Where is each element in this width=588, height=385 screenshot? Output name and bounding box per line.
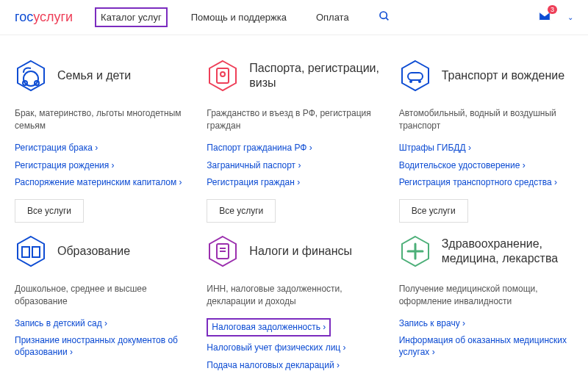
service-link[interactable]: Регистрация брака — [15, 143, 189, 154]
svg-line-1 — [386, 18, 388, 20]
card-title: Здравоохранение, медицина, лекарства — [442, 237, 573, 266]
service-card: ОбразованиеДошкольное, среднее и высшее … — [15, 233, 189, 382]
category-icon — [207, 235, 239, 267]
card-description: Дошкольное, среднее и высшее образование — [15, 283, 189, 308]
card-links: Запись к врачуИнформация об оказанных ме… — [399, 318, 573, 359]
service-card: Семья и детиБрак, материнство, льготы мн… — [15, 57, 189, 223]
category-icon — [15, 60, 47, 92]
card-description: ИНН, налоговые задолженности, декларации… — [207, 283, 381, 308]
service-link[interactable]: Регистрация рождения — [15, 160, 189, 172]
nav-pay[interactable]: Оплата — [310, 7, 355, 27]
chevron-down-icon[interactable]: ⌄ — [567, 13, 573, 21]
service-link[interactable]: Налоговая задолженность — [207, 318, 331, 337]
card-description: Автомобильный, водный и воздушный трансп… — [399, 107, 573, 132]
card-description: Получение медицинской помощи, оформление… — [399, 283, 573, 308]
category-icon — [399, 60, 431, 92]
all-services-button[interactable]: Все услуги — [399, 199, 468, 223]
service-card: Транспорт и вождениеАвтомобильный, водны… — [399, 57, 573, 223]
service-link[interactable]: Водительское удостоверение — [399, 160, 573, 172]
card-description: Брак, материнство, льготы многодетным се… — [15, 107, 189, 132]
card-links: Налоговая задолженностьНалоговый учет фи… — [207, 318, 381, 372]
card-head: Образование — [15, 233, 189, 270]
service-link[interactable]: Подача налоговых деклараций — [207, 360, 381, 372]
card-title: Паспорта, регистрации, визы — [249, 61, 381, 90]
card-title: Образование — [57, 244, 130, 259]
all-services-button[interactable]: Все услуги — [15, 199, 84, 223]
category-icon — [399, 235, 431, 267]
service-card: Здравоохранение, медицина, лекарстваПолу… — [399, 233, 573, 382]
logo-part2: услуги — [33, 10, 73, 24]
nav: Каталог услуг Помощь и поддержка Оплата — [95, 7, 537, 27]
svg-rect-10 — [408, 73, 423, 80]
service-link[interactable]: Регистрация транспортного средства — [399, 177, 573, 189]
all-services-button[interactable]: Все услуги — [207, 199, 276, 223]
card-head: Транспорт и вождение — [399, 57, 573, 94]
card-title: Транспорт и вождение — [442, 68, 564, 83]
svg-point-11 — [409, 80, 412, 83]
svg-point-0 — [380, 12, 387, 18]
service-link[interactable]: Паспорт гражданина РФ — [207, 143, 381, 154]
category-icon — [15, 235, 47, 267]
card-head: Паспорта, регистрации, визы — [207, 57, 381, 94]
card-title: Налоги и финансы — [249, 244, 352, 259]
svg-point-12 — [418, 80, 421, 83]
service-link[interactable]: Распоряжение материнским капиталом — [15, 177, 189, 189]
service-link[interactable]: Запись к врачу — [399, 318, 573, 330]
card-links: Запись в детский садПризнание иностранны… — [15, 318, 189, 359]
header-right: 3 ⌄ — [537, 8, 573, 27]
search-icon[interactable] — [379, 10, 390, 24]
svg-marker-9 — [402, 61, 429, 90]
card-head: Налоги и финансы — [207, 233, 381, 270]
service-link[interactable]: Налоговый учет физических лиц — [207, 342, 381, 354]
svg-point-8 — [220, 72, 225, 76]
card-head: Здравоохранение, медицина, лекарства — [399, 233, 573, 270]
category-icon — [207, 60, 239, 92]
service-link[interactable]: Регистрация граждан — [207, 177, 381, 189]
service-link[interactable]: Признание иностранных документов об обра… — [15, 335, 189, 358]
nav-help[interactable]: Помощь и поддержка — [185, 7, 293, 27]
header: госуслуги Каталог услуг Помощь и поддерж… — [0, 0, 588, 35]
logo-part1: гос — [15, 10, 33, 24]
card-links: Штрафы ГИБДДВодительское удостоверениеРе… — [399, 143, 573, 189]
card-links: Регистрация бракаРегистрация рожденияРас… — [15, 143, 189, 189]
service-link[interactable]: Заграничный паспорт — [207, 160, 381, 172]
notification-badge: 3 — [548, 5, 557, 14]
mail-icon[interactable]: 3 — [537, 8, 553, 27]
service-link[interactable]: Штрафы ГИБДД — [399, 143, 573, 154]
card-title: Семья и дети — [57, 68, 131, 83]
service-grid: Семья и детиБрак, материнство, льготы мн… — [0, 35, 588, 385]
nav-catalog[interactable]: Каталог услуг — [95, 7, 168, 27]
card-description: Гражданство и въезд в РФ, регистрация гр… — [207, 107, 381, 132]
logo[interactable]: госуслуги — [15, 10, 73, 25]
card-links: Паспорт гражданина РФЗаграничный паспорт… — [207, 143, 381, 189]
service-card: Паспорта, регистрации, визыГражданство и… — [207, 57, 381, 223]
service-link[interactable]: Запись в детский сад — [15, 318, 189, 330]
service-card: Налоги и финансыИНН, налоговые задолженн… — [207, 233, 381, 382]
card-head: Семья и дети — [15, 57, 189, 94]
service-link[interactable]: Информация об оказанных медицинских услу… — [399, 335, 573, 358]
svg-point-3 — [24, 71, 38, 86]
